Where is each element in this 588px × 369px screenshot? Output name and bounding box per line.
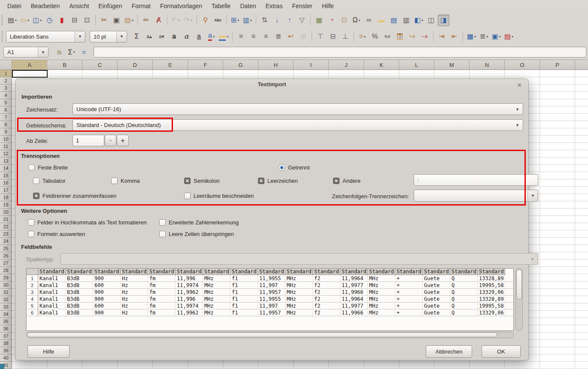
toolbar-grip[interactable] bbox=[2, 31, 4, 42]
other-checkbox[interactable]: ✕ Andere bbox=[333, 177, 361, 184]
preview-column-header-2[interactable]: Standard bbox=[66, 269, 93, 275]
percent-format-button[interactable]: % bbox=[369, 31, 381, 42]
row-header-9[interactable]: 9 bbox=[0, 128, 12, 136]
preview-column-header-10[interactable]: Standard bbox=[285, 269, 313, 275]
row-header-33[interactable]: 33 bbox=[0, 303, 12, 311]
align-right-button[interactable]: ≡ bbox=[260, 31, 272, 42]
checkbox-icon[interactable] bbox=[28, 231, 34, 237]
row-header-38[interactable]: 38 bbox=[0, 340, 12, 347]
align-left-button[interactable]: ≡ bbox=[235, 31, 247, 42]
row-header-39[interactable]: 39 bbox=[0, 347, 12, 354]
export-pdf-button[interactable]: ▮ bbox=[56, 15, 68, 26]
preview-column-header-11[interactable]: Standard bbox=[313, 269, 340, 275]
borders-button[interactable]: ▦▾ bbox=[466, 31, 477, 42]
insert-image-button[interactable]: ▦ bbox=[313, 15, 325, 26]
open-file-button[interactable]: ▭▾ bbox=[19, 15, 30, 26]
row-header-7[interactable]: 7 bbox=[0, 114, 12, 121]
preview-column-header-3[interactable]: Standard bbox=[93, 269, 121, 275]
comma-checkbox[interactable]: Komma bbox=[111, 177, 140, 184]
column-header-a[interactable]: A bbox=[12, 60, 47, 70]
preview-column-header-7[interactable]: Standard bbox=[203, 269, 230, 275]
increase-indent-button[interactable]: ⇥ bbox=[436, 31, 448, 42]
sort-descending-button[interactable]: ↓ bbox=[271, 15, 283, 26]
row-header-19[interactable]: 19 bbox=[0, 201, 12, 209]
row-header-36[interactable]: 36 bbox=[0, 325, 12, 333]
sidebar-toggle-button[interactable]: ◨ bbox=[438, 15, 449, 26]
column-header-c[interactable]: C bbox=[82, 60, 118, 70]
spelling-button[interactable]: Abc bbox=[212, 15, 224, 26]
insert-column-button[interactable]: ▥▾ bbox=[242, 15, 253, 26]
row-header-17[interactable]: 17 bbox=[0, 187, 12, 194]
menu-daten[interactable]: Daten bbox=[235, 0, 261, 12]
highlight-color-button[interactable]: ▬▾ bbox=[218, 31, 230, 42]
preview-column-header-5[interactable]: Standard bbox=[148, 269, 176, 275]
column-header-k[interactable]: K bbox=[364, 60, 399, 70]
string-delimiter-combobox[interactable]: ▼ bbox=[414, 190, 538, 202]
charset-dropdown[interactable]: Unicode (UTF-16) ▼ bbox=[73, 103, 523, 115]
clone-formatting-button[interactable]: ✏ bbox=[140, 15, 152, 26]
row-header-2[interactable]: 2 bbox=[0, 77, 12, 85]
row-header-1[interactable]: 1 bbox=[0, 70, 12, 77]
center-vertically-button[interactable]: ⊟ bbox=[327, 31, 339, 42]
insert-comment-button[interactable]: ▬ bbox=[376, 15, 387, 26]
row-header-27[interactable]: 27 bbox=[0, 260, 12, 267]
from-row-decrement-button[interactable]: − bbox=[105, 135, 116, 146]
print-preview-button[interactable]: ⊡ bbox=[81, 15, 93, 26]
menu-formatvorlagen[interactable]: Formatvorlagen bbox=[155, 0, 207, 12]
sort-ascending-button[interactable]: ↑ bbox=[284, 15, 295, 26]
row-header-11[interactable]: 11 bbox=[0, 143, 12, 150]
row-header-22[interactable]: 22 bbox=[0, 223, 12, 230]
checkbox-icon[interactable]: ✕ bbox=[333, 178, 339, 184]
chevron-down-icon[interactable]: ▼ bbox=[38, 47, 48, 57]
toolbar-grip[interactable] bbox=[2, 15, 4, 25]
print-button[interactable]: ⊟ bbox=[69, 15, 80, 26]
find-replace-button[interactable]: ⚲ bbox=[200, 15, 211, 26]
row-header-15[interactable]: 15 bbox=[0, 172, 12, 179]
save-remote-button[interactable]: ◷ bbox=[44, 15, 55, 26]
insert-row-button[interactable]: ⊞▾ bbox=[229, 15, 241, 26]
preview-column-header-14[interactable]: Standard bbox=[395, 269, 423, 275]
from-row-input[interactable]: 1 bbox=[73, 135, 104, 146]
row-header-20[interactable]: 20 bbox=[0, 209, 12, 216]
save-button[interactable]: ◫▾ bbox=[31, 15, 43, 26]
bold-button[interactable]: a bbox=[168, 31, 180, 42]
cut-button[interactable]: ✂ bbox=[98, 15, 110, 26]
italic-button[interactable]: α bbox=[181, 31, 192, 42]
sort-button[interactable]: ⇅ bbox=[259, 15, 270, 26]
conditional-formatting-button[interactable]: ▤▾ bbox=[503, 31, 515, 42]
date-format-button[interactable]: 3 bbox=[394, 31, 406, 42]
preview-column-header-13[interactable]: Standard bbox=[368, 269, 395, 275]
checkbox-icon[interactable] bbox=[159, 231, 166, 237]
align-bottom-button[interactable]: ⊥ bbox=[339, 31, 351, 42]
radio-icon[interactable] bbox=[279, 164, 285, 171]
font-size-combobox[interactable]: 10 pt ▼ bbox=[90, 31, 127, 42]
row-header-12[interactable]: 12 bbox=[0, 150, 12, 157]
align-center-button[interactable]: ≡ bbox=[248, 31, 259, 42]
align-top-button[interactable]: ⊤ bbox=[315, 31, 326, 42]
row-header-30[interactable]: 30 bbox=[0, 281, 12, 289]
function-wizard-button[interactable]: fx bbox=[53, 46, 65, 58]
font-color-button[interactable]: a▾ bbox=[206, 31, 217, 42]
preview-column-header-16[interactable]: Standard bbox=[450, 269, 478, 275]
row-header-29[interactable]: 29 bbox=[0, 274, 12, 281]
preview-horizontal-scrollbar[interactable] bbox=[26, 332, 514, 338]
row-header-28[interactable]: 28 bbox=[0, 267, 12, 274]
select-all-corner[interactable] bbox=[0, 60, 12, 70]
copy-button[interactable]: ▣ bbox=[111, 15, 122, 26]
column-header-p[interactable]: P bbox=[540, 60, 575, 70]
menu-extras[interactable]: Extras bbox=[261, 0, 288, 12]
row-header-10[interactable]: 10 bbox=[0, 136, 12, 143]
preview-column-header-4[interactable]: Standard bbox=[121, 269, 148, 275]
formula-button[interactable]: = bbox=[78, 46, 90, 58]
hyperlink-button[interactable]: ∞ bbox=[363, 15, 375, 26]
column-header-j[interactable]: J bbox=[329, 60, 364, 70]
grow-font-button[interactable]: a▴ bbox=[143, 31, 155, 42]
separated-radio[interactable]: Getrennt bbox=[279, 164, 310, 171]
chevron-down-icon[interactable]: ▼ bbox=[75, 31, 85, 42]
row-header-31[interactable]: 31 bbox=[0, 289, 12, 296]
menu-hilfe[interactable]: Hilfe bbox=[317, 0, 339, 12]
preview-vertical-scrollbar[interactable] bbox=[515, 268, 523, 331]
split-window-button[interactable]: ◫ bbox=[425, 15, 437, 26]
pivot-table-button[interactable]: ⊡ bbox=[338, 15, 350, 26]
close-icon[interactable]: ✕ bbox=[515, 81, 523, 89]
